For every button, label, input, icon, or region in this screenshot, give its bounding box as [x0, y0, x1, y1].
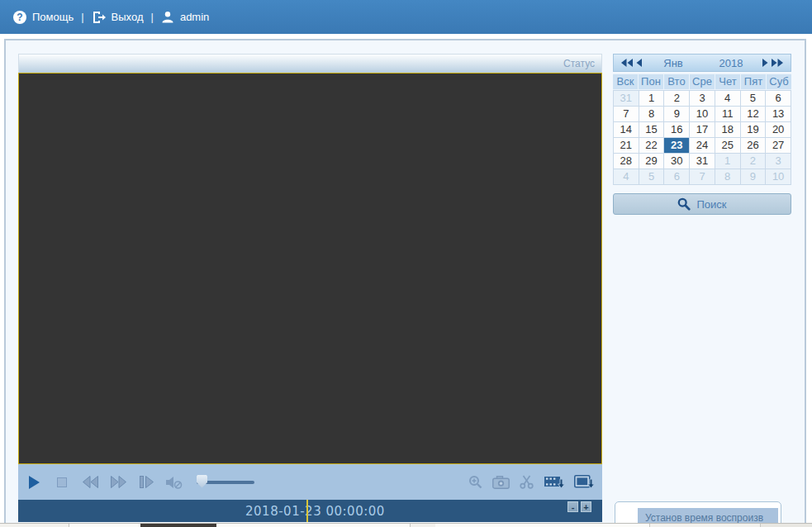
- clip-button[interactable]: [514, 468, 539, 496]
- screen-download-icon: [574, 475, 594, 489]
- snapshot-button[interactable]: [488, 468, 514, 496]
- rewind-button[interactable]: [76, 468, 104, 496]
- calendar-day[interactable]: 26: [741, 138, 766, 153]
- play-button[interactable]: [20, 468, 48, 496]
- calendar-day[interactable]: 1: [639, 91, 664, 106]
- scissors-icon: [520, 475, 534, 489]
- strip-segment: [435, 524, 650, 527]
- calendar-day[interactable]: 31: [690, 154, 715, 169]
- mute-button[interactable]: [160, 468, 188, 496]
- calendar-day[interactable]: 14: [614, 122, 639, 137]
- calendar-day-headers: ВскПонВтоСреЧетПятСуб: [613, 74, 791, 90]
- timeline-zoom-in-button[interactable]: +: [581, 501, 591, 512]
- calendar-day[interactable]: 7: [690, 169, 715, 184]
- logout-link[interactable]: Выход: [92, 11, 144, 24]
- calendar-day[interactable]: 2: [664, 91, 689, 106]
- digital-zoom-button[interactable]: [463, 468, 488, 496]
- calendar-day[interactable]: 31: [614, 91, 639, 106]
- calendar-day[interactable]: 22: [639, 138, 664, 153]
- help-link[interactable]: ? Помощь: [13, 11, 74, 24]
- calendar-day-header: Вто: [664, 74, 689, 89]
- calendar-day[interactable]: 11: [715, 107, 740, 121]
- calendar-day[interactable]: 21: [614, 138, 639, 153]
- topbar: ? Помощь | Выход | admin: [0, 0, 812, 34]
- frame-step-icon: [140, 476, 154, 488]
- search-button[interactable]: Поиск: [613, 193, 791, 215]
- magnifier-plus-icon: [468, 475, 482, 489]
- calendar-day-selected[interactable]: 23: [664, 138, 689, 153]
- calendar-day[interactable]: 19: [741, 122, 766, 137]
- frame-step-button[interactable]: [132, 468, 160, 496]
- calendar-day[interactable]: 9: [664, 107, 689, 121]
- next-month-button[interactable]: [760, 59, 770, 67]
- fast-forward-button[interactable]: [104, 468, 132, 496]
- prev-month-button[interactable]: [634, 59, 644, 67]
- calendar-grid: 3112345678910111213141516171819202122232…: [613, 90, 791, 185]
- calendar-day[interactable]: 20: [766, 122, 791, 137]
- calendar-header: Янв 2018: [613, 54, 791, 72]
- calendar-day[interactable]: 3: [690, 91, 715, 106]
- calendar-day[interactable]: 18: [715, 122, 740, 137]
- calendar-day[interactable]: 8: [715, 169, 740, 184]
- timeline-zoom-controls: - +: [567, 501, 591, 512]
- calendar-day[interactable]: 5: [741, 91, 766, 106]
- calendar-day[interactable]: 29: [639, 154, 664, 169]
- calendar-day-header: Вск: [613, 74, 638, 89]
- calendar-day[interactable]: 2: [741, 154, 766, 169]
- stop-icon: [57, 477, 67, 487]
- calendar-day[interactable]: 16: [664, 122, 689, 137]
- calendar-day[interactable]: 4: [715, 91, 740, 106]
- timeline-bar[interactable]: 2018-01-23 00:00:00 - +: [18, 500, 602, 522]
- tool-buttons: [463, 464, 599, 500]
- logout-label: Выход: [112, 11, 144, 23]
- calendar-day[interactable]: 1: [715, 154, 740, 169]
- search-icon: [677, 197, 691, 211]
- next-year-button[interactable]: [770, 59, 785, 67]
- stop-button[interactable]: [48, 468, 76, 496]
- strip-segment: [69, 524, 140, 527]
- fast-forward-icon: [111, 476, 126, 488]
- calendar-day[interactable]: 10: [690, 107, 715, 121]
- rewind-icon: [83, 476, 98, 488]
- calendar-day-header: Чет: [715, 74, 740, 89]
- strip-segment: [760, 524, 812, 527]
- calendar-day[interactable]: 17: [690, 122, 715, 137]
- calendar-day[interactable]: 24: [690, 138, 715, 153]
- timeline-cursor[interactable]: [306, 500, 308, 522]
- search-label: Поиск: [696, 198, 726, 211]
- calendar-day[interactable]: 6: [766, 91, 791, 106]
- prev-year-button[interactable]: [620, 59, 634, 67]
- calendar-day[interactable]: 9: [741, 169, 766, 184]
- calendar-day[interactable]: 4: [614, 169, 639, 184]
- calendar-day-header: Пон: [639, 74, 663, 89]
- calendar-day[interactable]: 25: [715, 138, 740, 153]
- calendar-day[interactable]: 3: [766, 154, 791, 169]
- exit-door-icon: [92, 11, 106, 24]
- calendar: Янв 2018 ВскПонВтоСреЧетПятСуб 311234567…: [613, 54, 791, 185]
- strip-segment: [140, 524, 216, 527]
- calendar-day[interactable]: 13: [766, 107, 791, 121]
- calendar-day[interactable]: 7: [614, 107, 639, 121]
- calendar-day[interactable]: 6: [664, 169, 689, 184]
- video-player-panel: Статус: [18, 54, 602, 522]
- timeline-zoom-out-button[interactable]: -: [567, 501, 578, 512]
- calendar-day[interactable]: 10: [766, 169, 791, 184]
- calendar-day[interactable]: 27: [766, 138, 791, 153]
- volume-slider[interactable]: [197, 476, 256, 489]
- calendar-day[interactable]: 8: [639, 107, 664, 121]
- help-icon: ?: [13, 11, 26, 24]
- calendar-day[interactable]: 5: [639, 169, 664, 184]
- calendar-year: 2018: [702, 57, 760, 69]
- bottom-edge-strip: [0, 523, 812, 527]
- download-file-button[interactable]: [569, 468, 599, 496]
- calendar-day-header: Сре: [690, 74, 715, 89]
- calendar-day[interactable]: 12: [741, 107, 766, 121]
- volume-thumb[interactable]: [197, 475, 207, 488]
- calendar-day[interactable]: 15: [639, 122, 664, 137]
- download-record-button[interactable]: [539, 468, 569, 496]
- status-link[interactable]: Статус: [563, 58, 595, 69]
- user-display[interactable]: admin: [161, 11, 209, 23]
- play-icon: [29, 476, 40, 489]
- calendar-day[interactable]: 28: [614, 154, 639, 169]
- calendar-day[interactable]: 30: [664, 154, 689, 169]
